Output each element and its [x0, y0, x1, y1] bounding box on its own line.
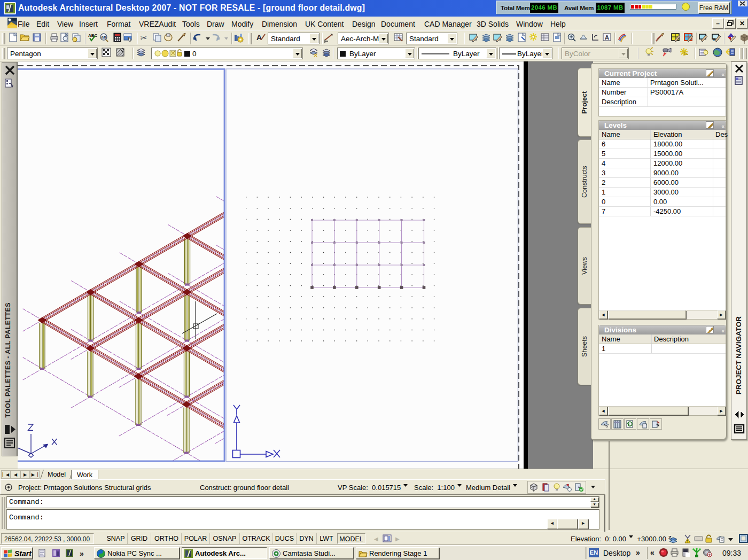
svg-text:!: ! — [687, 539, 688, 543]
svg-text:»: » — [80, 549, 84, 558]
svg-text:#: # — [713, 37, 715, 42]
svg-text:ABC: ABC — [88, 33, 98, 38]
svg-text:A: A — [256, 33, 262, 42]
svg-text:✂: ✂ — [141, 33, 147, 42]
svg-text:ab: ab — [102, 35, 106, 40]
svg-text:A: A — [605, 34, 609, 41]
